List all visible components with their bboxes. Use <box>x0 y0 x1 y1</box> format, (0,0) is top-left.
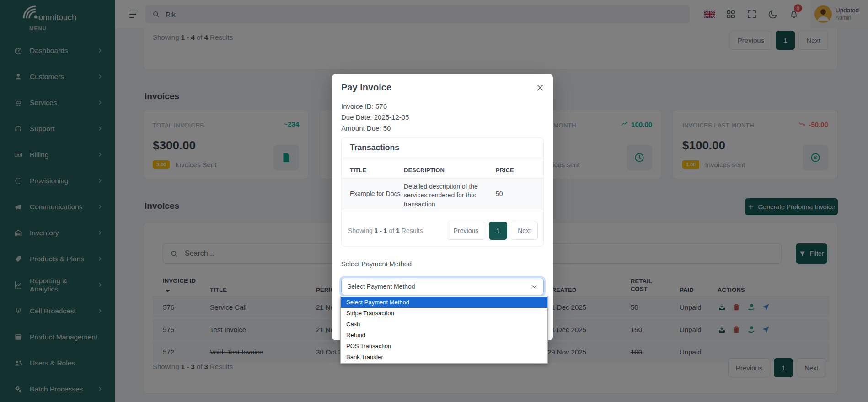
cell-description: Detailed description of the services ren… <box>404 182 481 209</box>
cell-price: 50 <box>496 190 503 197</box>
payment-option[interactable]: Refund <box>341 330 547 341</box>
app-screen: omnitouch MENU Dashboards Customers Serv… <box>0 0 868 402</box>
invoice-id-text: Invoice ID: 576 <box>341 102 387 110</box>
payment-option[interactable]: Bank Transfer <box>341 352 547 363</box>
payment-option[interactable]: Select Payment Method <box>341 297 547 308</box>
divider <box>342 158 543 158</box>
column-description: DESCRIPTION <box>404 167 445 174</box>
current-page-button[interactable]: 1 <box>489 222 507 240</box>
payment-method-select[interactable]: Select Payment Method <box>341 278 544 295</box>
close-icon[interactable] <box>536 83 545 92</box>
pagination-transactions: Previous 1 Next <box>447 222 538 240</box>
due-date-text: Due Date: 2025-12-05 <box>341 113 409 121</box>
transactions-card: Transactions TITLE DESCRIPTION PRICE Exa… <box>341 137 544 247</box>
cell-title: Example for Docs <box>350 190 400 197</box>
results-summary: Showing 1 - 1 of 1 Results <box>348 227 423 234</box>
amount-due-text: Amount Due: 50 <box>341 124 391 132</box>
column-title: TITLE <box>350 167 366 174</box>
previous-page-button[interactable]: Previous <box>447 222 485 240</box>
selected-payment-method: Select Payment Method <box>347 283 415 290</box>
transactions-title: Transactions <box>350 143 399 153</box>
payment-option[interactable]: POS Transaction <box>341 341 547 352</box>
payment-method-dropdown: Select Payment Method Stripe Transaction… <box>340 296 548 364</box>
next-page-button[interactable]: Next <box>511 222 538 240</box>
payment-method-label: Select Payment Method <box>341 260 412 268</box>
modal-title: Pay Invoice <box>341 82 391 93</box>
transaction-row[interactable]: Example for Docs Detailed description of… <box>342 178 543 209</box>
chevron-down-icon <box>530 283 538 290</box>
payment-option[interactable]: Stripe Transaction <box>341 308 547 319</box>
payment-option[interactable]: Cash <box>341 319 547 330</box>
column-price: PRICE <box>496 167 514 174</box>
